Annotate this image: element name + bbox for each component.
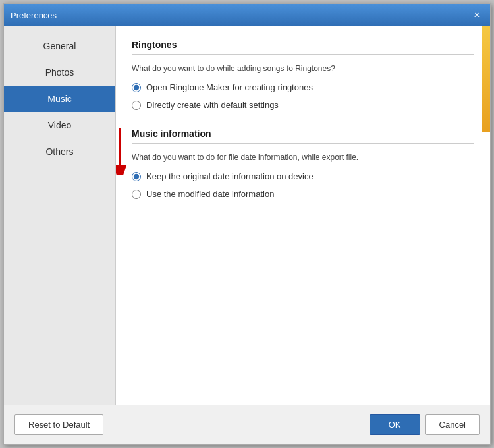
sidebar-item-others[interactable]: Others xyxy=(4,138,115,165)
ringtone-radio-direct-create[interactable] xyxy=(132,101,141,110)
music-info-radio-use-modified[interactable] xyxy=(132,190,141,199)
music-info-option-keep-original[interactable]: Keep the original date information on de… xyxy=(132,171,474,181)
ringtone-label-direct-create: Directly create with default settings xyxy=(146,100,279,110)
ringtone-option-direct-create[interactable]: Directly create with default settings xyxy=(132,100,474,110)
sidebar-item-music[interactable]: Music xyxy=(4,86,115,112)
ok-button[interactable]: OK xyxy=(370,414,420,435)
sidebar-item-video[interactable]: Video xyxy=(4,112,115,138)
main-content: Ringtones What do you want to do while a… xyxy=(116,26,490,405)
sidebar: General Photos Music Video Others xyxy=(4,26,116,405)
title-bar: Preferences × xyxy=(4,4,490,26)
ringtone-radio-open-maker[interactable] xyxy=(132,83,141,92)
cancel-button[interactable]: Cancel xyxy=(425,414,480,435)
music-info-label-keep-original: Keep the original date information on de… xyxy=(146,171,314,181)
sidebar-item-general[interactable]: General xyxy=(4,33,115,59)
reset-to-default-button[interactable]: Reset to Default xyxy=(14,414,103,435)
music-info-section: Music information What do you want to do… xyxy=(132,128,474,199)
music-info-label-use-modified: Use the modified date information xyxy=(146,189,274,199)
ringtones-title: Ringtones xyxy=(132,40,474,50)
footer: Reset to Default OK Cancel xyxy=(4,405,490,444)
ringtones-section: Ringtones What do you want to do while a… xyxy=(132,40,474,110)
footer-actions: OK Cancel xyxy=(370,414,480,435)
dialog-title: Preferences xyxy=(11,11,57,20)
ringtones-divider xyxy=(132,54,474,55)
music-info-title: Music information xyxy=(132,128,474,139)
music-info-divider xyxy=(132,143,474,144)
ringtone-option-open-maker[interactable]: Open Ringtone Maker for creating rington… xyxy=(132,82,474,92)
music-info-description: What do you want to do for file date inf… xyxy=(132,153,474,162)
ringtones-description: What do you want to do while adding song… xyxy=(132,64,474,73)
dialog-body: General Photos Music Video Others Ringto… xyxy=(4,26,490,405)
ringtone-label-open-maker: Open Ringtone Maker for creating rington… xyxy=(146,82,313,92)
yellow-strip xyxy=(482,26,490,132)
sidebar-item-photos[interactable]: Photos xyxy=(4,59,115,86)
close-button[interactable]: × xyxy=(470,9,483,22)
music-info-option-use-modified[interactable]: Use the modified date information xyxy=(132,189,474,199)
music-info-radio-keep-original[interactable] xyxy=(132,172,141,181)
preferences-dialog: Preferences × General Photos Music Video… xyxy=(3,3,491,445)
